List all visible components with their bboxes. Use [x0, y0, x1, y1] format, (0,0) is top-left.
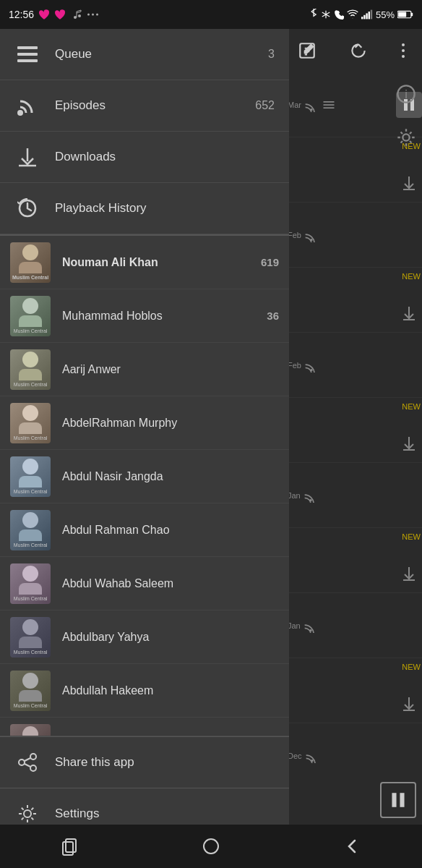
svg-rect-12 — [398, 12, 406, 17]
svg-rect-9 — [371, 10, 372, 20]
episodes-label: Episodes — [55, 98, 106, 113]
cast-icon-11 — [305, 749, 319, 763]
mute-icon — [321, 9, 331, 20]
speaker-name-muhammad-hoblos: Muhammad Hoblos — [62, 310, 163, 323]
svg-point-38 — [30, 754, 36, 760]
svg-point-44 — [204, 839, 218, 854]
speaker-item-abdullah-hakeem[interactable]: Muslim Central Abdullah Hakeem — [0, 664, 289, 718]
battery-icon — [397, 9, 413, 20]
info-icon-container[interactable]: i — [282, 72, 422, 116]
speaker-item-nouman-ali-khan[interactable]: Muslim Central Nouman Ali Khan 619 — [0, 236, 289, 289]
speaker-name-abdul-rahman-chao: Abdul Rahman Chao — [62, 524, 170, 537]
svg-rect-34 — [17, 53, 38, 56]
download-icon-8 — [402, 566, 416, 582]
svg-rect-5 — [361, 17, 363, 19]
download-icon-10 — [402, 696, 416, 712]
refresh-icon[interactable] — [349, 41, 368, 60]
download-button-6[interactable] — [396, 430, 422, 456]
home-icon — [201, 836, 221, 856]
svg-rect-8 — [369, 12, 370, 19]
history-icon — [14, 195, 40, 221]
bg-row-9: Jan — [282, 593, 422, 658]
speaker-name-abdul-wahab-saleem: Abdul Wahab Saleem — [62, 577, 173, 590]
download-button-10[interactable] — [396, 691, 422, 717]
download-button-2[interactable] — [396, 170, 422, 196]
settings-label: Settings — [55, 807, 99, 821]
avatar-abdelrahman-murphy: Muslim Central — [10, 403, 51, 443]
queue-label: Queue — [55, 47, 92, 61]
speaker-name-abdullah-hakeem: Abdullah Hakeem — [62, 684, 153, 697]
nav-item-share[interactable]: Share this app — [0, 737, 289, 788]
settings-icon-container[interactable] — [282, 116, 422, 159]
svg-point-3 — [92, 14, 94, 16]
avatar-aarij-anwer: Muslim Central — [10, 349, 51, 390]
speaker-item-abdul-rahman-chao[interactable]: Muslim Central Abdul Rahman Chao — [0, 503, 289, 557]
svg-point-27 — [402, 43, 405, 46]
speaker-name-aarij-anwer: Aarij Anwer — [62, 363, 121, 376]
avatar-nouman-ali-khan: Muslim Central — [10, 242, 51, 283]
avatar-abdul-nasir-jangda: Muslim Central — [10, 456, 51, 497]
bluetooth-icon — [309, 9, 318, 20]
svg-rect-6 — [363, 15, 365, 20]
nav-section: Queue 3 Episodes 652 Downloads Playback … — [0, 29, 289, 234]
speaker-item-abdul-nasir-jangda[interactable]: Muslim Central Abdul Nasir Jangda — [0, 450, 289, 503]
right-side-icons: i — [282, 72, 422, 159]
settings-icon — [14, 801, 40, 827]
bg-row-5: Feb — [282, 333, 422, 398]
svg-point-28 — [402, 49, 405, 52]
speaker-list: Muslim Central Nouman Ali Khan 619 Musli… — [0, 236, 289, 736]
nav-item-queue[interactable]: Queue 3 — [0, 29, 289, 80]
nav-item-episodes[interactable]: Episodes 652 — [0, 80, 289, 131]
speaker-item-abdullah-hakim-quick[interactable]: Muslim Central Abdullah Hakim Quick — [0, 718, 289, 736]
info-icon: i — [396, 84, 416, 104]
share-label: Share this app — [55, 755, 134, 770]
cast-icon-5 — [304, 358, 319, 373]
svg-point-0 — [74, 16, 77, 19]
svg-point-1 — [78, 14, 81, 17]
download-icon-2 — [402, 175, 416, 191]
avatar-abdullah-hakeem: Muslim Central — [10, 671, 51, 711]
pause-button-bottom[interactable] — [380, 782, 416, 818]
svg-rect-42 — [63, 842, 73, 855]
svg-rect-35 — [17, 59, 38, 62]
system-navigation-bar — [0, 825, 422, 868]
nav-item-playback-history[interactable]: Playback History — [0, 183, 289, 234]
download-button-8[interactable] — [396, 561, 422, 587]
svg-point-32 — [402, 134, 409, 140]
overflow-menu-icon[interactable] — [400, 41, 406, 60]
download-icon-4 — [402, 305, 416, 321]
bottom-pause-bar — [282, 775, 422, 825]
download-button-4[interactable] — [396, 300, 422, 326]
speaker-item-abdul-wahab-saleem[interactable]: Muslim Central Abdul Wahab Saleem — [0, 557, 289, 610]
nav-item-downloads[interactable]: Downloads — [0, 132, 289, 182]
svg-point-39 — [19, 760, 25, 765]
episodes-count: 652 — [255, 99, 275, 112]
heart-icon-2 — [54, 9, 66, 20]
settings-gear-icon — [396, 127, 416, 148]
avatar-abdullah-hakim-quick: Muslim Central — [10, 724, 51, 736]
wifi-icon — [347, 9, 358, 20]
bottom-nav: Share this app Settings — [0, 736, 289, 839]
cast-icon-9 — [303, 618, 318, 633]
speaker-item-abdelrahman-murphy[interactable]: Muslim Central AbdelRahman Murphy — [0, 396, 289, 450]
speaker-name-abdelrahman-murphy: AbdelRahman Murphy — [62, 417, 177, 430]
speaker-item-muhammad-hoblos[interactable]: Muslim Central Muhammad Hoblos 36 — [0, 289, 289, 343]
bg-row-3: Feb — [282, 203, 422, 268]
speaker-item-abdulbary-yahya[interactable]: Muslim Central Abdulbary Yahya — [0, 610, 289, 664]
avatar-abdul-rahman-chao: Muslim Central — [10, 510, 51, 550]
svg-point-40 — [30, 765, 36, 771]
svg-rect-25 — [400, 793, 404, 807]
bg-row-7: Jan — [282, 463, 422, 528]
cast-icon-3 — [304, 228, 319, 242]
recent-apps-button[interactable] — [60, 836, 80, 856]
recent-apps-icon — [60, 836, 80, 856]
svg-point-29 — [402, 55, 405, 58]
svg-rect-7 — [366, 13, 367, 19]
back-button[interactable] — [342, 836, 362, 856]
home-button[interactable] — [201, 836, 221, 856]
battery-percent: 55% — [376, 9, 395, 20]
edit-icon[interactable] — [298, 41, 316, 60]
svg-rect-43 — [66, 839, 76, 852]
downloads-label: Downloads — [55, 150, 116, 164]
speaker-item-aarij-anwer[interactable]: Muslim Central Aarij Anwer — [0, 343, 289, 396]
